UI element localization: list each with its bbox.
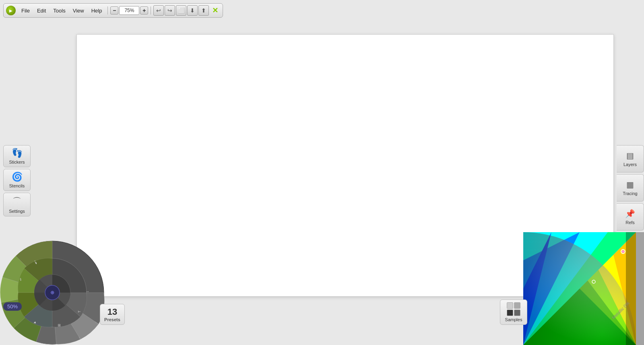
- settings-label: Settings: [9, 209, 25, 214]
- undo-button[interactable]: ↩: [153, 5, 164, 16]
- stencils-label: Stencils: [9, 183, 25, 188]
- samples-label: Samples: [505, 317, 522, 322]
- tracing-tab-label: Tracing: [623, 191, 637, 196]
- refs-tab[interactable]: 📌 Refs: [617, 203, 644, 231]
- samples-button[interactable]: Samples: [500, 299, 527, 325]
- settings-icon: ⌒: [12, 195, 21, 208]
- svg-text:⊕: ⊕: [50, 291, 55, 295]
- main-toolbar: File Edit Tools View Help − 75% + ↩ ↪ ⬜ …: [3, 3, 223, 18]
- zoom-out-button[interactable]: −: [110, 6, 118, 15]
- presets-button[interactable]: 13 Presets: [100, 304, 125, 325]
- svg-text:⊞: ⊞: [57, 324, 61, 327]
- layers-tab-label: Layers: [623, 162, 637, 167]
- sample-cell-2: [514, 302, 520, 309]
- refs-tab-label: Refs: [625, 220, 635, 225]
- tracing-icon: ▦: [626, 180, 634, 189]
- menu-help[interactable]: Help: [88, 6, 105, 15]
- presets-label: Presets: [102, 317, 123, 322]
- expand-button[interactable]: ⬆: [198, 5, 209, 16]
- left-panel-container: 👣 Stickers 🌀 Stencils ⌒ Settings: [3, 145, 31, 216]
- app-logo: [6, 6, 16, 15]
- zoom-display[interactable]: 75%: [119, 6, 139, 15]
- close-button[interactable]: ✕: [210, 5, 220, 16]
- right-tab-container: ▤ Layers ▦ Tracing 📌 Refs: [617, 145, 644, 231]
- separator-2: [151, 6, 151, 15]
- color-wheel[interactable]: [523, 232, 644, 345]
- samples-grid: [507, 302, 520, 316]
- svg-text:T: T: [77, 310, 81, 313]
- stencils-panel-button[interactable]: 🌀 Stencils: [3, 169, 31, 191]
- brush-wheel[interactable]: ⊕ 🖌 ✏ ✒ ▲ ⊞ T ↕: [0, 240, 105, 345]
- export-button[interactable]: ⬇: [187, 5, 198, 16]
- svg-point-15: [622, 250, 624, 253]
- tracing-tab[interactable]: ▦ Tracing: [617, 174, 644, 202]
- menu-view[interactable]: View: [70, 6, 87, 15]
- stencils-icon: 🌀: [12, 172, 23, 182]
- separator-1: [107, 6, 108, 15]
- layers-icon: ▤: [626, 151, 634, 160]
- menu-tools[interactable]: Tools: [50, 6, 68, 15]
- refs-icon: 📌: [625, 209, 635, 218]
- svg-rect-16: [626, 232, 644, 345]
- stickers-icon: 👣: [12, 148, 23, 158]
- stickers-panel-button[interactable]: 👣 Stickers: [3, 145, 31, 167]
- svg-text:↕: ↕: [85, 291, 89, 293]
- redo-button[interactable]: ↪: [165, 5, 175, 16]
- stickers-label: Stickers: [9, 160, 25, 164]
- zoom-in-button[interactable]: +: [140, 6, 148, 15]
- zoom-badge: 50%: [3, 302, 22, 311]
- sample-cell-1: [507, 302, 513, 309]
- svg-text:✏: ✏: [19, 277, 23, 281]
- presets-count: 13: [102, 307, 123, 317]
- sample-cell-4: [514, 310, 520, 316]
- transform-button[interactable]: ⬜: [176, 5, 186, 16]
- sample-cell-3: [507, 310, 513, 316]
- settings-panel-button[interactable]: ⌒ Settings: [3, 193, 31, 216]
- menu-edit[interactable]: Edit: [34, 6, 49, 15]
- layers-tab[interactable]: ▤ Layers: [617, 145, 644, 172]
- menu-file[interactable]: File: [18, 6, 33, 15]
